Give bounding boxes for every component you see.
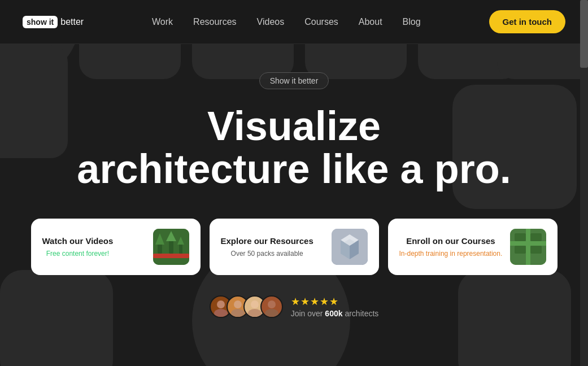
svg-point-21 [214, 309, 228, 317]
courses-card[interactable]: Enroll on our Courses In-depth training … [388, 219, 557, 275]
svg-point-26 [268, 300, 276, 308]
svg-point-24 [251, 300, 259, 308]
svg-rect-14 [515, 233, 526, 241]
svg-point-25 [248, 309, 262, 317]
nav-links: Work Resources Videos Courses About Blog [152, 17, 421, 27]
videos-card-subtitle: Free content forever! [46, 250, 109, 258]
arch-thumbnail [332, 229, 368, 265]
scrollbar[interactable] [580, 0, 588, 366]
videos-card-image [153, 229, 189, 265]
resources-card-text: Explore our Resources Over 50 packs avai… [221, 236, 313, 258]
hero-section: Show it better Visualize architecture li… [0, 44, 588, 318]
nav-blog[interactable]: Blog [403, 17, 421, 27]
logo-box: show it [23, 16, 58, 28]
avatar [260, 295, 283, 318]
courses-card-title: Enroll on our Courses [399, 236, 503, 246]
svg-rect-19 [510, 241, 546, 246]
page-wrapper: show it better Work Resources Videos Cou… [0, 0, 588, 366]
resources-card-title: Explore our Resources [221, 236, 313, 246]
avatar-group [210, 295, 283, 318]
nav-videos[interactable]: Videos [257, 17, 285, 27]
aerial-thumbnail [510, 229, 546, 265]
nav-courses[interactable]: Courses [304, 17, 338, 27]
resources-card[interactable]: Explore our Resources Over 50 packs avai… [210, 219, 379, 275]
forest-thumbnail [153, 229, 189, 265]
videos-card-title: Watch our Videos [42, 236, 114, 246]
social-proof: ★★★★★ Join over 600k architects [210, 295, 379, 318]
scrollbar-thumb[interactable] [580, 0, 588, 68]
svg-point-20 [217, 300, 225, 308]
navbar: show it better Work Resources Videos Cou… [0, 0, 588, 44]
svg-rect-18 [526, 229, 530, 265]
svg-point-27 [265, 309, 278, 317]
logo[interactable]: show it better [23, 16, 84, 28]
svg-point-23 [231, 309, 245, 317]
hero-badge: Show it better [259, 72, 329, 89]
svg-rect-15 [530, 233, 542, 241]
hero-title: Visualize architecture like a pro. [77, 105, 511, 190]
resources-card-image [332, 229, 368, 265]
join-count-text: Join over 600k architects [291, 309, 379, 318]
svg-rect-17 [530, 246, 542, 254]
videos-card[interactable]: Watch our Videos Free content forever! [31, 219, 201, 275]
courses-card-subtitle: In-depth training in representation. [399, 250, 503, 258]
svg-rect-7 [153, 254, 189, 258]
rating-text: ★★★★★ Join over 600k architects [291, 295, 379, 318]
courses-card-text: Enroll on our Courses In-depth training … [399, 236, 503, 258]
get-in-touch-button[interactable]: Get in touch [489, 10, 566, 33]
resources-card-subtitle: Over 50 packs available [231, 250, 303, 258]
courses-card-image [510, 229, 546, 265]
nav-about[interactable]: About [359, 17, 382, 27]
videos-card-text: Watch our Videos Free content forever! [42, 236, 114, 258]
svg-rect-16 [515, 246, 526, 254]
feature-cards: Watch our Videos Free content forever! [8, 219, 580, 275]
logo-text: better [60, 17, 84, 27]
star-rating: ★★★★★ [291, 295, 339, 308]
nav-work[interactable]: Work [152, 17, 173, 27]
nav-resources[interactable]: Resources [193, 17, 236, 27]
svg-point-22 [234, 300, 242, 308]
